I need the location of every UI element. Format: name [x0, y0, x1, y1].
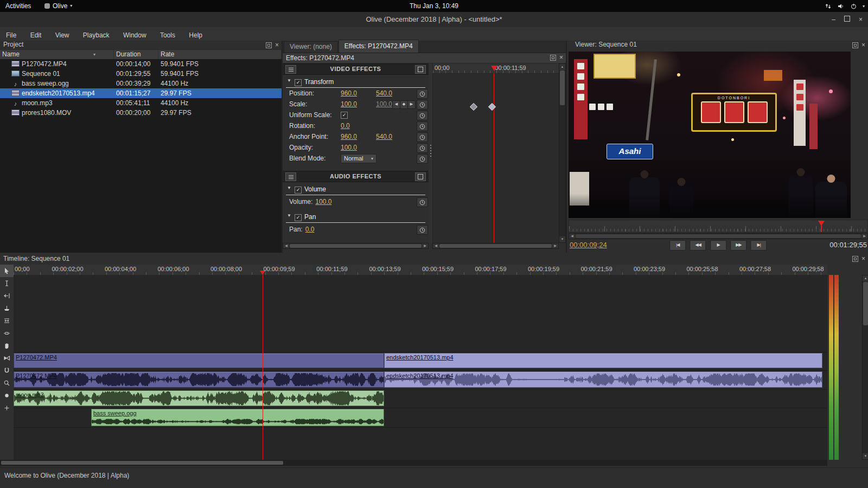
tab-viewer-none[interactable]: Viewer: (none)	[284, 41, 338, 53]
close-button[interactable]: ×	[859, 16, 863, 23]
project-item[interactable]: prores1080.MOV 00:00:20;00 29.97 FPS	[0, 108, 282, 118]
column-duration[interactable]: Duration	[114, 50, 158, 60]
rotation-keyframe-toggle[interactable]	[417, 121, 428, 131]
pointer-tool[interactable]	[0, 265, 14, 277]
maximize-button[interactable]	[844, 16, 850, 23]
close-icon[interactable]: ×	[861, 256, 865, 261]
timeline-hscrollbar[interactable]	[0, 460, 827, 466]
hand-tool[interactable]	[0, 339, 14, 352]
scroll-right-icon[interactable]: ▶	[861, 234, 867, 239]
fast-forward-button[interactable]: ▶▶	[730, 240, 746, 251]
record-button[interactable]	[0, 389, 14, 402]
scroll-up-icon[interactable]: ▲	[863, 275, 868, 281]
add-button[interactable]	[0, 402, 14, 414]
column-rate[interactable]: Rate	[158, 50, 282, 60]
menu-tools[interactable]: Tools	[154, 27, 181, 41]
activities-button[interactable]: Activities	[5, 0, 31, 12]
volume-enabled-checkbox[interactable]: ✓	[295, 187, 302, 194]
close-icon[interactable]: ×	[275, 43, 279, 48]
scrollbar-thumb[interactable]	[290, 244, 422, 248]
menu-window[interactable]: Window	[117, 27, 152, 41]
zoom-tool[interactable]	[0, 377, 14, 389]
anchor-x-value[interactable]: 960.0	[341, 132, 357, 142]
collapse-icon[interactable]: ▼	[287, 213, 291, 218]
effects-hscrollbar[interactable]: ◀ ▶	[283, 243, 429, 249]
audio-clip[interactable]: moon.mp3	[14, 390, 384, 406]
video-clip[interactable]: P1270472.MP4	[14, 353, 384, 368]
add-video-effect-button[interactable]	[285, 65, 296, 74]
scale-keyframe-toggle[interactable]	[417, 100, 428, 110]
popout-icon[interactable]	[852, 42, 858, 48]
menu-file[interactable]: File	[0, 27, 22, 41]
timeline-playhead-line[interactable]	[263, 275, 263, 460]
project-item[interactable]: ♪moon.mp3 00:05:41;11 44100 Hz	[0, 98, 282, 108]
app-menu-button[interactable]: Olive ▾	[44, 0, 72, 12]
system-status-area[interactable]: ▾	[825, 0, 865, 12]
timeline-vscrollbar[interactable]: ▲ ▼	[862, 275, 868, 460]
scale-x-value[interactable]: 100.0	[341, 99, 357, 110]
project-item[interactable]: P1270472.MP4 00:00:14;00 59.9401 FPS	[0, 59, 282, 69]
viewer-hscrollbar[interactable]: ◀ ▶	[569, 233, 868, 239]
razor-tool[interactable]	[0, 302, 14, 314]
scroll-left-icon[interactable]: ◀	[569, 234, 575, 239]
blend-keyframe-toggle[interactable]	[417, 154, 428, 164]
column-name[interactable]: Name▾	[0, 50, 114, 60]
system-clock[interactable]: Thu Jan 3, 10:49	[410, 0, 458, 12]
slide-tool[interactable]	[0, 327, 14, 339]
rotation-value[interactable]: 0.0	[341, 121, 350, 131]
video-effects-options-button[interactable]	[415, 65, 426, 74]
keyframe-playhead-line[interactable]	[494, 73, 494, 243]
toggle-keyframe-button[interactable]: ◆	[400, 100, 408, 109]
next-keyframe-button[interactable]: ▶	[407, 100, 416, 109]
volume-effect-header[interactable]: ▼ ✓ Volume	[286, 185, 425, 195]
pan-keyframe-toggle[interactable]	[417, 225, 428, 235]
timeline-ruler[interactable]: 00;0000:00:02;0000:00:04;0000:00:06;0000…	[14, 265, 827, 275]
keyframe-area[interactable]: 00;00 00:00:11;59	[432, 63, 559, 243]
menu-edit[interactable]: Edit	[24, 27, 48, 41]
volume-value[interactable]: 100.0	[315, 198, 331, 206]
rewind-button[interactable]: ◀◀	[690, 240, 706, 251]
menu-view[interactable]: View	[49, 27, 75, 41]
transform-effect-header[interactable]: ▼ ✓ Transform	[286, 78, 425, 88]
opacity-keyframe-toggle[interactable]	[417, 143, 428, 153]
scroll-right-icon[interactable]: ▶	[422, 243, 428, 248]
effects-splitter[interactable]	[429, 63, 432, 243]
popout-icon[interactable]	[266, 42, 272, 48]
play-button[interactable]: ▶	[710, 240, 726, 251]
scroll-left-icon[interactable]: ◀	[283, 243, 289, 248]
effects-vscrollbar[interactable]: ▲ ▼	[559, 63, 566, 243]
pan-effect-header[interactable]: ▼ ✓ Pan	[286, 213, 425, 223]
previous-keyframe-button[interactable]: ◀	[392, 100, 400, 109]
scroll-right-icon[interactable]: ▶	[552, 243, 558, 248]
keyframe-diamond[interactable]	[488, 103, 496, 111]
timeline-tracks[interactable]: P1270472.MP4 endsketch20170513.mp4 P1270…	[14, 275, 827, 460]
transform-enabled-checkbox[interactable]: ✓	[295, 79, 302, 86]
current-timecode[interactable]: 00:00:09;24	[570, 241, 607, 249]
project-item[interactable]: ♪bass sweep.ogg 00:00:39;29 44100 Hz	[0, 79, 282, 88]
add-audio-effect-button[interactable]	[285, 172, 296, 181]
keyframe-playhead-marker[interactable]	[491, 66, 497, 71]
scrollbar-thumb[interactable]	[863, 282, 868, 325]
audio-video-clip[interactable]: endsketch20170513.mp4	[384, 371, 822, 388]
scrollbar-thumb[interactable]	[576, 234, 861, 238]
slip-tool[interactable]	[0, 314, 14, 327]
scrollbar-thumb[interactable]	[439, 244, 552, 248]
scroll-left-icon[interactable]: ◀	[433, 243, 439, 248]
window-titlebar[interactable]: Olive (December 2018 | Alpha) - <untitle…	[0, 12, 868, 28]
menu-playback[interactable]: Playback	[77, 27, 116, 41]
project-item[interactable]: Sequence 01 00:01:29;55 59.9401 FPS	[0, 69, 282, 79]
uniform-scale-checkbox[interactable]: ✓	[341, 112, 348, 119]
audio-clip[interactable]: bass sweep.ogg	[91, 409, 384, 426]
ripple-tool[interactable]	[0, 290, 14, 302]
popout-icon[interactable]	[852, 256, 858, 262]
video-clip[interactable]: endsketch20170513.mp4	[384, 353, 822, 368]
audio-effects-options-button[interactable]	[415, 172, 426, 181]
scroll-up-icon[interactable]: ▲	[559, 64, 565, 70]
uniform-scale-keyframe-toggle[interactable]	[417, 111, 428, 120]
blend-mode-dropdown[interactable]: Normal▾	[341, 154, 376, 163]
menu-help[interactable]: Help	[183, 27, 208, 41]
edit-tool[interactable]	[0, 277, 14, 290]
keyframe-hscrollbar[interactable]: ◀ ▶	[432, 243, 559, 249]
collapse-icon[interactable]: ▼	[287, 78, 291, 83]
go-to-end-button[interactable]: ▶|	[751, 240, 767, 251]
